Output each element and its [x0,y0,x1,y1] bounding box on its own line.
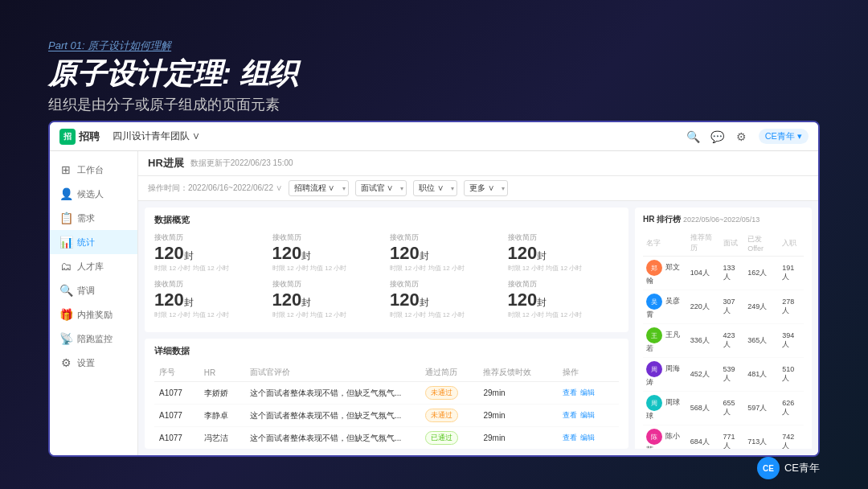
gear-icon: ⚙ [59,356,72,369]
row-status: 已通过 [420,427,478,450]
rank-table: 名字 推荐简历 面试 已发Offer 入职 郑郑文翰 1 [643,230,804,449]
sidebar-item-talent-pool[interactable]: 🗂 人才库 [50,254,137,278]
row-id: A1077 [154,382,199,405]
metric-4-label: 接收简历 [508,232,620,243]
content-area: 数据概览 接收简历 120封 时限 12 小时 均值 12 小时 接收简历 12… [138,201,818,455]
filter-interviewer-select[interactable]: 面试官 ∨ [355,180,407,196]
metric-2: 接收简历 120封 时限 12 小时 均值 12 小时 [272,232,384,273]
rank-hired: 191人 [779,257,804,290]
view-link[interactable]: 查看 [563,388,577,397]
message-icon[interactable]: 💬 [710,129,725,144]
app-logo-icon: 招 [59,129,76,145]
hr-rank-header: HR 排行榜 2022/05/06~2022/05/13 [643,214,804,225]
metric-3-value: 120封 [390,244,502,262]
filter-position-select[interactable]: 职位 ∨ [413,180,457,196]
metric-6-label: 接收简历 [272,279,384,290]
settings-icon[interactable]: ⚙ [735,129,749,144]
rank-hired: 278人 [779,290,804,324]
rank-recommend: 684人 [687,425,720,450]
rank-name: 周周海涛 [643,358,687,392]
filter-process-select[interactable]: 招聘流程 ∨ [289,180,349,196]
row-actions: 查看编辑 [558,405,619,427]
metric-8-label: 接收简历 [508,279,620,290]
sidebar-item-candidates[interactable]: 👤 候选人 [50,182,137,206]
sidebar-item-dashboard[interactable]: ⊞ 工作台 [50,158,137,182]
app-logo: 招 招聘 [59,129,100,145]
row-time: 29min [478,405,557,427]
row-time: 29min [478,427,557,450]
row-hr: 李娇娇 [199,382,245,405]
sidebar-label-dashboard: 工作台 [77,164,104,176]
row-id: A1077 [154,427,199,450]
metric-2-value: 120封 [272,244,384,262]
view-link[interactable]: 查看 [563,411,577,419]
filter-more-select[interactable]: 更多 ∨ [464,180,508,196]
user-badge[interactable]: CE青年 ▾ [759,129,809,144]
edit-link[interactable]: 编辑 [580,411,595,419]
metric-5-label: 接收简历 [154,279,266,290]
rank-row: 王王凡若 336人 423人 365人 394人 [643,324,804,358]
rank-row: 周周球球 568人 655人 597人 626人 [643,392,804,425]
sidebar-item-requirements[interactable]: 📋 需求 [50,206,137,230]
sidebar-item-referral[interactable]: 🎁 内推奖励 [50,302,137,327]
filter-more[interactable]: 更多 ∨ [464,180,508,196]
rank-name: 王王凡若 [643,324,687,358]
rank-interview: 133人 [720,257,745,290]
sidebar-label-requirements: 需求 [77,212,95,224]
metric-2-label: 接收简历 [272,232,384,243]
app-body: ⊞ 工作台 👤 候选人 📋 需求 📊 统计 🗂 人才库 🔍 背调 [50,151,818,455]
rank-name: 陈陈小艺 [643,425,687,450]
rank-name: 吴吴彦霄 [643,290,687,324]
metric-4-value: 120封 [508,244,620,262]
metric-5: 接收简历 120封 时限 12 小时 均值 12 小时 [154,279,266,319]
edit-link[interactable]: 编辑 [580,388,595,397]
metric-7: 接收简历 120封 时限 12 小时 均值 12 小时 [390,279,502,319]
search-icon[interactable]: 🔍 [686,129,701,144]
filter-interviewer[interactable]: 面试官 ∨ [355,180,407,196]
row-status: 未通过 [420,382,478,405]
org-selector[interactable]: 四川设计青年团队 ∨ [113,129,200,143]
sidebar-item-statistics[interactable]: 📊 统计 [50,230,137,254]
row-hr: 冯艺洁 [199,427,245,450]
metric-6-sub: 时限 12 小时 均值 12 小时 [272,310,384,319]
col-comment: 面试官评价 [245,364,420,382]
rank-hired: 626人 [779,392,804,425]
rank-interview: 423人 [720,324,745,358]
filter-process[interactable]: 招聘流程 ∨ [289,180,349,196]
row-time: 29min [478,382,557,405]
rank-recommend: 568人 [687,392,720,425]
metrics-grid-bottom: 接收简历 120封 时限 12 小时 均值 12 小时 接收简历 120封 时限… [154,279,619,319]
rank-hired: 742人 [779,425,804,450]
metric-7-sub: 时限 12 小时 均值 12 小时 [390,310,502,319]
main-content: HR进展 数据更新于2022/06/23 15:00 操作时间：2022/06/… [138,151,818,455]
rank-hired: 394人 [779,324,804,358]
rank-col-recommend: 推荐简历 [687,230,720,257]
sidebar-item-settings[interactable]: ⚙ 设置 [50,351,137,375]
rank-col-interview: 面试 [720,230,745,257]
filter-position[interactable]: 职位 ∨ [413,180,457,196]
rank-offer: 162人 [744,257,779,290]
metric-1-value: 120封 [154,244,266,262]
filter-bar: 操作时间：2022/06/16~2022/06/22 ∨ 招聘流程 ∨ 面试官 … [138,176,818,201]
hr-rank-date: 2022/05/06~2022/05/13 [683,216,760,224]
sidebar-item-monitoring[interactable]: 📡 陪跑监控 [50,327,137,351]
edit-link[interactable]: 编辑 [580,434,595,442]
table-row: A1077 李娇娇 这个面试者整体表现不错，但缺乏气氛气... 未通过 29mi… [154,382,619,405]
section-header: HR进展 数据更新于2022/06/23 15:00 [138,151,818,176]
detail-section: 详细数据 序号 HR 面试官评价 通过简历 推荐反馈时效 操作 [145,339,628,449]
view-link[interactable]: 查看 [563,434,577,442]
metric-3: 接收简历 120封 时限 12 小时 均值 12 小时 [390,232,502,273]
col-status: 通过简历 [420,364,478,382]
bottom-brand: CE CE青年 [757,457,820,479]
candidates-icon: 👤 [59,187,72,200]
row-comment: 这个面试者整体表现不错，但缺乏气氛气... [245,427,420,450]
row-hr: 李静卓 [199,405,245,427]
rank-row: 吴吴彦霄 220人 307人 249人 278人 [643,290,804,324]
detail-title: 详细数据 [154,345,619,357]
dashboard-icon: ⊞ [59,163,72,176]
sidebar-item-background[interactable]: 🔍 背调 [50,278,137,302]
metric-6-value: 120封 [272,291,384,309]
brand-name: CE青年 [784,461,820,475]
subtitle: 组织是由分子或原子组成的页面元素 [48,95,280,114]
statistics-icon: 📊 [59,236,72,249]
